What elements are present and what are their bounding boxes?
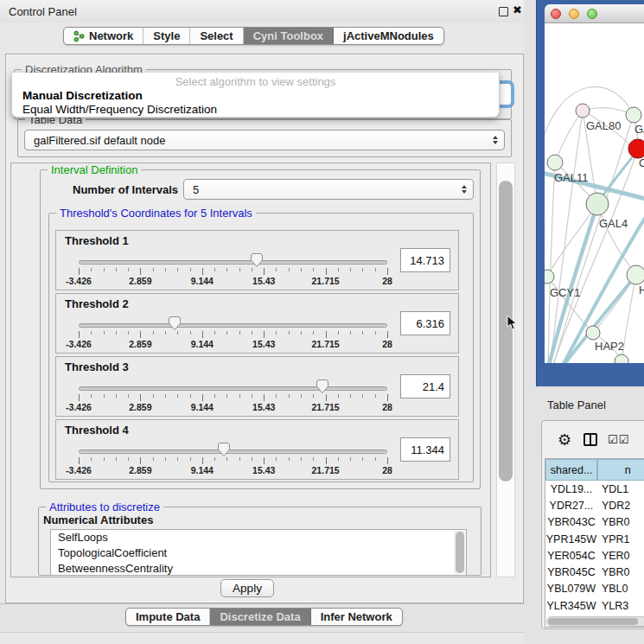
cell-name[interactable]: YPR1: [597, 531, 644, 547]
tab-select[interactable]: Select: [190, 28, 243, 44]
cell-shared-name[interactable]: YPR145W: [545, 531, 597, 547]
network-window-titlebar: [545, 4, 644, 23]
list-scrollbar[interactable]: [454, 531, 465, 574]
horizontal-scrollbar[interactable]: [546, 616, 644, 627]
minimize-traffic-light[interactable]: [569, 9, 579, 19]
zoom-traffic-light[interactable]: [587, 9, 597, 19]
slider-thumb[interactable]: [217, 442, 231, 457]
threshold-value-field[interactable]: 11.344: [400, 437, 450, 462]
tick-label: 9.144: [191, 402, 214, 412]
table-row[interactable]: YDR27... YDR2: [545, 497, 644, 513]
tab-style[interactable]: Style: [143, 28, 190, 44]
node-gal11[interactable]: [547, 155, 563, 170]
tick-label: -3.426: [66, 402, 92, 412]
column-layout-icon[interactable]: [583, 433, 597, 446]
tick-label: 21.715: [312, 465, 340, 475]
node-gal80[interactable]: [576, 104, 590, 118]
table-row[interactable]: YBL079W YBL0: [545, 581, 644, 597]
attribute-list-item[interactable]: BetweennessCentrality: [51, 561, 466, 576]
slider-thumb[interactable]: [250, 252, 264, 268]
tab-impute-data[interactable]: Impute Data: [126, 609, 210, 625]
slider-major-ticks: [79, 268, 390, 275]
apply-button[interactable]: Apply: [220, 579, 274, 597]
threshold-value-field[interactable]: 14.713: [400, 248, 450, 272]
table-panel-title: Table Panel: [547, 399, 606, 411]
threshold-value-field[interactable]: 6.316: [400, 311, 450, 335]
column-header-name[interactable]: n: [597, 459, 644, 481]
table-row[interactable]: YBR043C YBR0: [545, 514, 644, 531]
cell-name[interactable]: YBR0: [597, 514, 644, 531]
tab-jactivemnodules[interactable]: jActiveMNodules: [334, 28, 443, 44]
slider-track[interactable]: [79, 323, 387, 328]
dropdown-option-manual[interactable]: Manual Discretization: [22, 89, 143, 102]
cell-shared-name[interactable]: YDR27...: [545, 497, 597, 513]
slider-track[interactable]: [79, 260, 387, 265]
tab-discretize-data[interactable]: Discretize Data: [210, 609, 310, 625]
table-row[interactable]: YLR345W YLR3: [545, 597, 644, 614]
tick-label: 15.43: [252, 402, 275, 412]
slider-thumb[interactable]: [316, 379, 329, 394]
node-bottom[interactable]: [615, 354, 628, 363]
gear-icon[interactable]: ⚙: [558, 430, 571, 450]
slider-scale: -3.4262.8599.14415.4321.71528: [79, 339, 387, 349]
cell-name[interactable]: YLR3: [597, 597, 644, 614]
node-hap2[interactable]: [586, 326, 600, 340]
tick-label: 21.715: [312, 276, 340, 286]
cell-name[interactable]: YER0: [597, 547, 644, 564]
tick-label: 2.859: [129, 276, 151, 286]
attributes-list: SelfLoopsTopologicalCoefficientBetweenne…: [50, 529, 467, 576]
threshold-value-field[interactable]: 21.4: [400, 374, 450, 399]
table-row[interactable]: YBR045C YBR0: [545, 564, 644, 580]
table-data-combo-value: galFiltered.sif default node: [34, 134, 165, 147]
close-icon[interactable]: ✖: [513, 3, 522, 16]
tick-label: -3.426: [66, 276, 92, 286]
column-header-shared-name[interactable]: shared...: [545, 459, 597, 481]
dropdown-option-equal-width[interactable]: Equal Width/Frequency Discretization: [22, 103, 217, 116]
vertical-scrollbar[interactable]: [496, 163, 515, 577]
network-canvas[interactable]: GAL80 GA C GAL11 GAL4 GCY1 H HAP2: [545, 23, 644, 363]
attribute-list-item[interactable]: SelfLoops: [51, 530, 466, 545]
table-data-combo[interactable]: galFiltered.sif default node: [24, 130, 505, 150]
table-row[interactable]: YDL19... YDL1: [545, 481, 644, 497]
cell-shared-name[interactable]: YBR043C: [545, 514, 597, 531]
cell-shared-name[interactable]: YLR345W: [545, 597, 597, 614]
cell-shared-name[interactable]: YBL079W: [545, 581, 597, 597]
cell-name[interactable]: YBR0: [597, 564, 644, 580]
node-gcy1[interactable]: [545, 270, 554, 284]
cell-name[interactable]: YDL1: [597, 481, 644, 497]
tab-network[interactable]: Network: [64, 28, 143, 44]
node-label: GCY1: [550, 286, 580, 299]
slider-thumb[interactable]: [168, 316, 182, 331]
slider-track[interactable]: [79, 386, 387, 391]
slider-track[interactable]: [79, 450, 387, 454]
tab-label: Impute Data: [136, 610, 200, 623]
tick-label: 21.715: [312, 402, 340, 412]
threshold-panel: Threshold 2 -3.4262.8599.14415.4321.7152…: [55, 293, 459, 354]
node-label: C: [639, 156, 644, 169]
screen: Control Panel ✖ Network Style Select Cyn…: [0, 0, 644, 644]
table-header-row: shared... n: [545, 459, 644, 481]
attribute-list-item[interactable]: TopologicalCoefficient: [51, 545, 466, 561]
tab-cyni-toolbox[interactable]: Cyni Toolbox: [244, 28, 334, 44]
table-row[interactable]: YER054C YER0: [545, 547, 644, 564]
node-gal4[interactable]: [586, 193, 609, 215]
interval-group-title: Interval Definition: [48, 163, 141, 176]
cell-shared-name[interactable]: YDL19...: [545, 481, 597, 497]
scrollbar-thumb[interactable]: [548, 618, 638, 625]
tick-label: 28: [382, 402, 392, 412]
node-right[interactable]: [627, 265, 644, 284]
node-top-right[interactable]: [626, 107, 641, 123]
table-row[interactable]: YPR145W YPR1: [545, 531, 644, 547]
scrollbar-thumb[interactable]: [456, 532, 464, 573]
dropdown-placeholder: Select algorithm to view settings: [12, 75, 499, 88]
cell-name[interactable]: YDR2: [597, 497, 644, 513]
node-selected-red[interactable]: [628, 139, 644, 158]
cell-name[interactable]: YBL0: [597, 581, 644, 597]
select-all-checkbox-icon[interactable]: ☑☑: [608, 433, 629, 446]
cell-shared-name[interactable]: YBR045C: [545, 564, 597, 580]
num-intervals-combo[interactable]: 5: [183, 179, 474, 200]
close-traffic-light[interactable]: [551, 9, 561, 19]
float-window-icon[interactable]: [499, 7, 508, 16]
tab-infer-network[interactable]: Infer Network: [311, 609, 402, 625]
cell-shared-name[interactable]: YER054C: [545, 547, 597, 564]
